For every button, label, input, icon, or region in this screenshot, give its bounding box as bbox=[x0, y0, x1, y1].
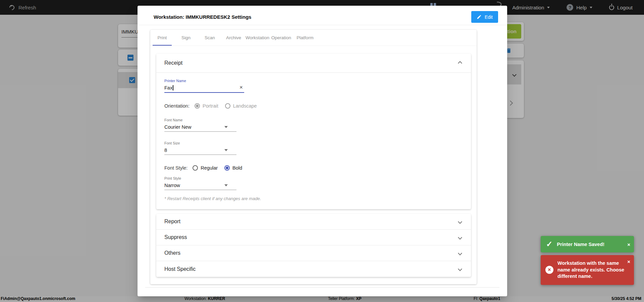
check-icon: ✓ bbox=[546, 240, 552, 248]
collapse-chevron-icon bbox=[458, 61, 462, 65]
font-size-select[interactable]: 8 bbox=[164, 146, 236, 155]
collapsed-panels: Report Suppress Others Host Specific bbox=[156, 214, 471, 277]
radio-icon bbox=[225, 103, 230, 109]
orientation-label: Orientation: bbox=[164, 103, 190, 109]
error-circle-icon: × bbox=[545, 266, 553, 274]
printer-name-group: Printer Name Fax × bbox=[164, 79, 463, 93]
host-specific-panel-title: Host Specific bbox=[164, 266, 196, 272]
print-style-value: Narrow bbox=[164, 183, 180, 188]
font-size-value: 8 bbox=[164, 147, 167, 153]
font-name-select[interactable]: Courier New bbox=[164, 123, 236, 132]
receipt-panel: Receipt Printer Name Fax × bbox=[156, 54, 471, 209]
font-size-label: Font Size bbox=[164, 141, 463, 145]
orientation-group: Orientation: Portrait Landscape bbox=[164, 103, 463, 109]
radio-icon bbox=[193, 165, 198, 171]
settings-tab-card: Print Sign Scan Archive Workstation Oper… bbox=[150, 30, 477, 284]
font-name-label: Font Name bbox=[164, 118, 463, 122]
workstation-settings-dialog: Workstation: IMMKURREDESK2 Settings Edit… bbox=[138, 6, 507, 296]
error-toast[interactable]: × Workstation with the same name already… bbox=[541, 255, 634, 285]
receipt-panel-header[interactable]: Receipt bbox=[156, 54, 471, 73]
close-icon[interactable]: × bbox=[627, 259, 630, 264]
edit-button-label: Edit bbox=[485, 14, 493, 20]
bold-label: Bold bbox=[232, 165, 242, 171]
screen: IMMKU ation Refresh Admin bbox=[0, 0, 644, 302]
receipt-panel-body: Printer Name Fax × Orientation: bbox=[156, 73, 471, 209]
tab-bar: Print Sign Scan Archive Workstation Oper… bbox=[150, 30, 477, 46]
receipt-panel-title: Receipt bbox=[164, 60, 182, 66]
others-panel-title: Others bbox=[164, 250, 180, 256]
pencil-icon bbox=[477, 14, 482, 19]
tab-sign[interactable]: Sign bbox=[174, 30, 198, 46]
orientation-portrait-option[interactable]: Portrait bbox=[195, 103, 218, 109]
font-size-group: Font Size 8 bbox=[164, 141, 463, 155]
dropdown-arrow-icon bbox=[224, 149, 228, 151]
edit-button[interactable]: Edit bbox=[471, 11, 498, 23]
printer-name-input[interactable]: Fax × bbox=[164, 83, 244, 93]
host-specific-panel-header[interactable]: Host Specific bbox=[156, 261, 471, 277]
expand-chevron-icon bbox=[458, 267, 462, 271]
font-style-regular-option[interactable]: Regular bbox=[193, 165, 218, 171]
success-toast-message: Printer Name Saved! bbox=[557, 242, 604, 247]
success-toast[interactable]: ✓ Printer Name Saved! × bbox=[541, 236, 634, 252]
error-toast-message: Workstation with the same name already e… bbox=[557, 260, 625, 280]
restart-note: * Restart Receipts client if any changes… bbox=[164, 196, 463, 201]
regular-label: Regular bbox=[201, 165, 218, 171]
tab-scan[interactable]: Scan bbox=[198, 30, 222, 46]
suppress-panel-header[interactable]: Suppress bbox=[156, 230, 471, 245]
report-panel-title: Report bbox=[164, 219, 180, 225]
portrait-label: Portrait bbox=[203, 103, 218, 109]
dialog-title: Workstation: IMMKURREDESK2 Settings bbox=[154, 14, 471, 20]
report-panel-header[interactable]: Report bbox=[156, 214, 471, 230]
tab-workstation[interactable]: Workstation bbox=[246, 30, 269, 46]
font-style-label: Font Style: bbox=[164, 165, 187, 171]
print-style-group: Print Style Narrow bbox=[164, 176, 463, 190]
radio-selected-icon bbox=[224, 165, 230, 171]
font-name-group: Font Name Courier New bbox=[164, 118, 463, 132]
dialog-footer-divider bbox=[145, 287, 499, 288]
font-name-value: Courier New bbox=[164, 124, 192, 130]
print-tab-content: Receipt Printer Name Fax × bbox=[150, 46, 477, 277]
close-icon[interactable]: × bbox=[627, 241, 630, 247]
landscape-label: Landscape bbox=[233, 103, 257, 109]
print-style-label: Print Style bbox=[164, 176, 463, 180]
radio-selected-icon bbox=[195, 103, 200, 109]
suppress-panel-title: Suppress bbox=[164, 234, 187, 240]
font-style-bold-option[interactable]: Bold bbox=[224, 165, 242, 171]
tab-print[interactable]: Print bbox=[150, 30, 174, 46]
others-panel-header[interactable]: Others bbox=[156, 245, 471, 261]
text-cursor bbox=[173, 85, 173, 90]
tab-platform[interactable]: Platform bbox=[293, 30, 317, 46]
tab-operation[interactable]: Operation bbox=[269, 30, 293, 46]
expand-chevron-icon bbox=[458, 251, 462, 255]
orientation-landscape-option[interactable]: Landscape bbox=[225, 103, 257, 109]
expand-chevron-icon bbox=[458, 220, 462, 224]
font-style-group: Font Style: Regular Bold bbox=[164, 165, 463, 171]
dropdown-arrow-icon bbox=[224, 184, 228, 186]
printer-name-value: Fax bbox=[164, 85, 172, 90]
print-style-select[interactable]: Narrow bbox=[164, 181, 236, 190]
expand-chevron-icon bbox=[458, 235, 462, 240]
printer-name-label: Printer Name bbox=[164, 79, 463, 83]
dialog-header: Workstation: IMMKURREDESK2 Settings Edit bbox=[138, 6, 507, 25]
tab-archive[interactable]: Archive bbox=[222, 30, 246, 46]
dropdown-arrow-icon bbox=[224, 126, 228, 128]
clear-icon[interactable]: × bbox=[239, 84, 243, 90]
toast-container: ✓ Printer Name Saved! × × Workstation wi… bbox=[541, 236, 634, 285]
